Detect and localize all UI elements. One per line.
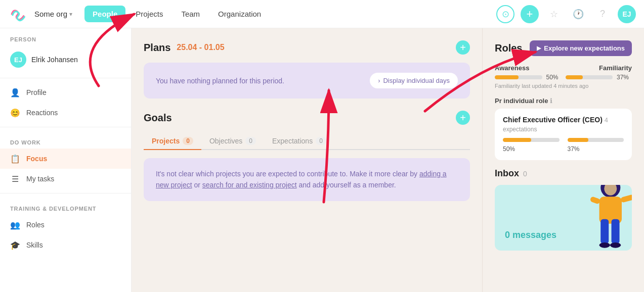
chevron-right-icon: › bbox=[378, 77, 380, 84]
tab-expectations-badge: 0 bbox=[316, 137, 326, 145]
goals-header: Goals + bbox=[144, 111, 470, 125]
role-familiarity-bar bbox=[568, 138, 624, 142]
explore-expectations-button[interactable]: ▶ Explore new expectations bbox=[530, 40, 632, 56]
sidebar-item-mytasks[interactable]: ☰ My tasks bbox=[0, 169, 131, 189]
nav-projects[interactable]: Projects bbox=[127, 6, 171, 22]
inbox-title: Inbox bbox=[495, 168, 519, 179]
sidebar-item-skills[interactable]: 🎓 Skills bbox=[0, 235, 131, 255]
tasks-icon: ☰ bbox=[10, 174, 20, 184]
role-familiarity-group: 37% bbox=[568, 138, 624, 153]
plans-title: Plans bbox=[144, 42, 170, 54]
goals-title: Goals bbox=[144, 112, 172, 124]
right-panel: Roles ▶ Explore new expectations Awarene… bbox=[482, 28, 644, 292]
sidebar-reactions-label: Reactions bbox=[26, 109, 58, 117]
topnav: Some org ▾ People Projects Team Organiza… bbox=[0, 0, 644, 28]
svg-rect-6 bbox=[620, 194, 632, 203]
search-project-link[interactable]: search for and existing project bbox=[202, 181, 297, 189]
skills-icon: 🎓 bbox=[10, 240, 20, 250]
goals-add-button[interactable]: + bbox=[456, 111, 470, 125]
inbox-count: 0 bbox=[523, 170, 527, 178]
nav-organization[interactable]: Organization bbox=[210, 6, 269, 22]
sidebar-skills-label: Skills bbox=[26, 241, 43, 249]
plans-empty-card: You have nothing planned for this period… bbox=[144, 63, 470, 99]
nav-people[interactable]: People bbox=[84, 6, 125, 22]
awareness-pct: 50% bbox=[546, 74, 562, 81]
goals-message-text: It's not clear which projects you are ex… bbox=[156, 170, 447, 189]
profile-icon: 👤 bbox=[10, 87, 20, 98]
familiarity-progress-bar bbox=[566, 75, 613, 79]
roles-stats: Awareness Familiarity 50% 37% Familiarit… bbox=[495, 64, 632, 89]
org-name: Some org bbox=[34, 10, 67, 18]
chevron-down-icon: ▾ bbox=[69, 11, 72, 18]
add-button[interactable]: + bbox=[521, 5, 539, 23]
awareness-progress-bar bbox=[495, 75, 542, 79]
sidebar-focus-label: Focus bbox=[26, 155, 47, 163]
org-dropdown[interactable]: Some org ▾ bbox=[34, 10, 72, 18]
role-card-title: Chief Executive Officer (CEO) 4 bbox=[503, 116, 624, 124]
main-nav: People Projects Team Organization bbox=[84, 6, 269, 22]
reactions-icon: 😊 bbox=[10, 108, 20, 118]
explore-btn-label: Explore new expectations bbox=[544, 44, 625, 52]
search-button[interactable]: ⊙ bbox=[496, 5, 514, 23]
inbox-zero-message: 0 messages bbox=[505, 230, 556, 240]
role-card-sub: expectations bbox=[503, 126, 624, 133]
goals-section: Goals + Projects 0 Objectives 0 Expectat… bbox=[144, 111, 470, 201]
user-avatar[interactable]: EJ bbox=[618, 5, 636, 23]
sidebar-item-reactions[interactable]: 😊 Reactions bbox=[0, 103, 131, 123]
awareness-progress-fill bbox=[495, 75, 519, 79]
main-panel: Plans 25.04 - 01.05 + You have nothing p… bbox=[132, 28, 482, 292]
roles-labels-row: Awareness Familiarity bbox=[495, 64, 632, 72]
tab-projects[interactable]: Projects 0 bbox=[144, 133, 201, 150]
familiarity-pct: 37% bbox=[617, 74, 632, 81]
sidebar-username: Elrik Johansen bbox=[31, 56, 78, 64]
tab-expectations[interactable]: Expectations 0 bbox=[264, 133, 334, 150]
content-area: Plans 25.04 - 01.05 + You have nothing p… bbox=[132, 28, 644, 292]
sidebar-item-roles[interactable]: 👥 Roles bbox=[0, 215, 131, 235]
role-awareness-bar bbox=[503, 138, 560, 142]
sidebar-item-focus[interactable]: 📋 Focus bbox=[0, 149, 131, 169]
main-layout: Person EJ Elrik Johansen 👤 Profile 😊 Rea… bbox=[0, 28, 644, 292]
avatar: EJ bbox=[10, 52, 26, 68]
awareness-label: Awareness bbox=[495, 64, 529, 72]
person-illustration bbox=[571, 185, 632, 251]
role-awareness-pct: 50 bbox=[503, 145, 509, 153]
roles-title: Roles bbox=[495, 42, 522, 54]
focus-icon: 📋 bbox=[10, 154, 20, 164]
role-familiarity-pct: 37 bbox=[568, 145, 574, 153]
tab-objectives[interactable]: Objectives 0 bbox=[201, 133, 264, 150]
plans-add-button[interactable]: + bbox=[456, 40, 470, 55]
help-button[interactable]: ? bbox=[593, 5, 612, 23]
display-days-button[interactable]: › Display individual days bbox=[370, 73, 458, 88]
play-icon: ▶ bbox=[537, 45, 541, 52]
star-button[interactable]: ☆ bbox=[545, 5, 563, 23]
role-awareness-fill bbox=[503, 138, 531, 142]
tab-expectations-label: Expectations bbox=[272, 137, 313, 145]
nav-team[interactable]: Team bbox=[173, 6, 208, 22]
nav-right: ⊙ + ☆ 🕐 ? EJ bbox=[496, 5, 636, 23]
history-button[interactable]: 🕐 bbox=[569, 5, 587, 23]
sidebar: Person EJ Elrik Johansen 👤 Profile 😊 Rea… bbox=[0, 28, 132, 292]
plans-empty-text: You have nothing planned for this period… bbox=[156, 77, 284, 85]
svg-rect-3 bbox=[600, 219, 609, 244]
plans-date: 25.04 - 01.05 bbox=[177, 43, 224, 52]
svg-rect-4 bbox=[612, 219, 620, 244]
sidebar-profile-label: Profile bbox=[26, 88, 47, 96]
add-project-link[interactable]: adding a new project bbox=[156, 170, 447, 189]
roles-icon: 👥 bbox=[10, 220, 20, 230]
role-awareness-group: 50% bbox=[503, 138, 560, 153]
svg-point-7 bbox=[599, 242, 610, 248]
role-card-bars: 50% 37% bbox=[503, 138, 624, 153]
tab-projects-label: Projects bbox=[152, 137, 180, 145]
plans-header: Plans 25.04 - 01.05 + bbox=[144, 40, 470, 55]
sidebar-mytasks-label: My tasks bbox=[26, 175, 54, 183]
sidebar-item-profile[interactable]: 👤 Profile bbox=[0, 82, 131, 103]
roles-updated-text: Familiarity last updated 4 minutes ago bbox=[495, 83, 632, 89]
role-familiarity-fill bbox=[568, 138, 588, 142]
sidebar-roles-label: Roles bbox=[26, 221, 45, 229]
sidebar-section-training: TRAINING & DEVELOPMENT bbox=[0, 198, 131, 215]
familiarity-progress-fill bbox=[566, 75, 583, 79]
goals-message-card: It's not clear which projects you are ex… bbox=[144, 158, 470, 201]
tab-objectives-label: Objectives bbox=[209, 137, 242, 145]
role-card: Chief Executive Officer (CEO) 4 expectat… bbox=[495, 109, 632, 160]
sidebar-user[interactable]: EJ Elrik Johansen bbox=[0, 45, 131, 74]
